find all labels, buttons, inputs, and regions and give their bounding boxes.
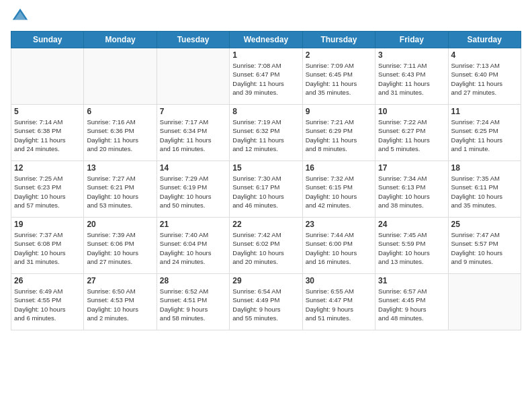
header (11, 7, 521, 26)
day-info: Sunrise: 7:47 AM Sunset: 5:57 PM Dayligh… (451, 230, 518, 266)
day-number: 16 (306, 163, 372, 173)
calendar-day-cell: 16Sunrise: 7:32 AM Sunset: 6:15 PM Dayli… (302, 161, 375, 218)
day-number: 27 (87, 276, 153, 285)
calendar-header-row: SundayMondayTuesdayWednesdayThursdayFrid… (11, 32, 521, 48)
calendar-day-cell: 7Sunrise: 7:17 AM Sunset: 6:34 PM Daylig… (157, 105, 229, 161)
calendar-day-cell: 10Sunrise: 7:22 AM Sunset: 6:27 PM Dayli… (375, 105, 448, 161)
calendar-day-cell: 24Sunrise: 7:45 AM Sunset: 5:59 PM Dayli… (375, 218, 448, 274)
day-number: 12 (14, 163, 81, 173)
day-info: Sunrise: 6:55 AM Sunset: 4:47 PM Dayligh… (306, 287, 372, 322)
day-info: Sunrise: 7:13 AM Sunset: 6:40 PM Dayligh… (451, 61, 518, 97)
day-info: Sunrise: 7:34 AM Sunset: 6:13 PM Dayligh… (378, 174, 445, 210)
day-info: Sunrise: 7:27 AM Sunset: 6:21 PM Dayligh… (87, 174, 153, 210)
calendar-week-row: 26Sunrise: 6:49 AM Sunset: 4:55 PM Dayli… (11, 274, 521, 330)
day-info: Sunrise: 6:49 AM Sunset: 4:55 PM Dayligh… (14, 287, 81, 322)
day-number: 20 (87, 220, 153, 229)
day-number: 31 (378, 276, 445, 285)
day-info: Sunrise: 7:17 AM Sunset: 6:34 PM Dayligh… (160, 118, 226, 153)
day-of-week-header: Saturday (448, 32, 521, 48)
day-number: 6 (87, 107, 153, 116)
calendar-week-row: 5Sunrise: 7:14 AM Sunset: 6:38 PM Daylig… (11, 105, 521, 161)
calendar-day-cell: 5Sunrise: 7:14 AM Sunset: 6:38 PM Daylig… (11, 105, 84, 161)
day-of-week-header: Sunday (11, 32, 84, 48)
calendar-day-cell: 3Sunrise: 7:11 AM Sunset: 6:43 PM Daylig… (375, 48, 448, 105)
day-of-week-header: Tuesday (157, 32, 229, 48)
day-number: 13 (87, 163, 153, 173)
calendar-day-cell: 15Sunrise: 7:30 AM Sunset: 6:17 PM Dayli… (230, 161, 302, 218)
day-info: Sunrise: 7:32 AM Sunset: 6:15 PM Dayligh… (306, 174, 372, 210)
day-info: Sunrise: 6:54 AM Sunset: 4:49 PM Dayligh… (232, 287, 299, 322)
day-info: Sunrise: 6:57 AM Sunset: 4:45 PM Dayligh… (378, 287, 445, 322)
calendar-day-cell: 18Sunrise: 7:35 AM Sunset: 6:11 PM Dayli… (448, 161, 521, 218)
calendar-day-cell: 26Sunrise: 6:49 AM Sunset: 4:55 PM Dayli… (11, 274, 84, 330)
day-info: Sunrise: 6:52 AM Sunset: 4:51 PM Dayligh… (160, 287, 226, 322)
day-info: Sunrise: 7:21 AM Sunset: 6:29 PM Dayligh… (306, 118, 372, 153)
day-of-week-header: Wednesday (230, 32, 302, 48)
calendar: SundayMondayTuesdayWednesdayThursdayFrid… (11, 31, 521, 330)
day-number: 18 (451, 163, 518, 173)
calendar-day-cell: 25Sunrise: 7:47 AM Sunset: 5:57 PM Dayli… (448, 218, 521, 274)
day-number: 11 (451, 107, 518, 116)
day-of-week-header: Thursday (302, 32, 375, 48)
day-info: Sunrise: 7:24 AM Sunset: 6:25 PM Dayligh… (451, 118, 518, 153)
calendar-day-cell: 14Sunrise: 7:29 AM Sunset: 6:19 PM Dayli… (157, 161, 229, 218)
page: SundayMondayTuesdayWednesdayThursdayFrid… (0, 0, 532, 411)
day-info: Sunrise: 7:35 AM Sunset: 6:11 PM Dayligh… (451, 174, 518, 210)
logo (11, 7, 32, 26)
day-of-week-header: Monday (84, 32, 157, 48)
calendar-day-cell (157, 48, 229, 105)
calendar-day-cell: 27Sunrise: 6:50 AM Sunset: 4:53 PM Dayli… (84, 274, 157, 330)
day-info: Sunrise: 7:40 AM Sunset: 6:04 PM Dayligh… (160, 230, 226, 266)
day-number: 2 (306, 50, 372, 60)
calendar-day-cell: 22Sunrise: 7:42 AM Sunset: 6:02 PM Dayli… (230, 218, 302, 274)
day-number: 23 (306, 220, 372, 229)
day-info: Sunrise: 7:09 AM Sunset: 6:45 PM Dayligh… (306, 61, 372, 97)
day-info: Sunrise: 7:19 AM Sunset: 6:32 PM Dayligh… (232, 118, 299, 153)
day-info: Sunrise: 7:16 AM Sunset: 6:36 PM Dayligh… (87, 118, 153, 153)
logo-icon (11, 7, 30, 26)
calendar-day-cell (448, 274, 521, 330)
calendar-day-cell: 1Sunrise: 7:08 AM Sunset: 6:47 PM Daylig… (230, 48, 302, 105)
day-number: 8 (232, 107, 299, 116)
calendar-day-cell: 28Sunrise: 6:52 AM Sunset: 4:51 PM Dayli… (157, 274, 229, 330)
calendar-week-row: 12Sunrise: 7:25 AM Sunset: 6:23 PM Dayli… (11, 161, 521, 218)
day-number: 5 (14, 107, 81, 116)
calendar-week-row: 19Sunrise: 7:37 AM Sunset: 6:08 PM Dayli… (11, 218, 521, 274)
day-number: 4 (451, 50, 518, 60)
calendar-day-cell: 30Sunrise: 6:55 AM Sunset: 4:47 PM Dayli… (302, 274, 375, 330)
calendar-day-cell: 11Sunrise: 7:24 AM Sunset: 6:25 PM Dayli… (448, 105, 521, 161)
day-number: 24 (378, 220, 445, 229)
day-number: 3 (378, 50, 445, 60)
calendar-day-cell: 4Sunrise: 7:13 AM Sunset: 6:40 PM Daylig… (448, 48, 521, 105)
day-info: Sunrise: 7:14 AM Sunset: 6:38 PM Dayligh… (14, 118, 81, 153)
day-of-week-header: Friday (375, 32, 448, 48)
day-info: Sunrise: 7:08 AM Sunset: 6:47 PM Dayligh… (232, 61, 299, 97)
calendar-week-row: 1Sunrise: 7:08 AM Sunset: 6:47 PM Daylig… (11, 48, 521, 105)
day-info: Sunrise: 7:30 AM Sunset: 6:17 PM Dayligh… (232, 174, 299, 210)
day-info: Sunrise: 7:39 AM Sunset: 6:06 PM Dayligh… (87, 230, 153, 266)
calendar-day-cell: 8Sunrise: 7:19 AM Sunset: 6:32 PM Daylig… (230, 105, 302, 161)
day-info: Sunrise: 7:44 AM Sunset: 6:00 PM Dayligh… (306, 230, 372, 266)
day-info: Sunrise: 7:45 AM Sunset: 5:59 PM Dayligh… (378, 230, 445, 266)
day-number: 10 (378, 107, 445, 116)
day-number: 21 (160, 220, 226, 229)
calendar-day-cell (84, 48, 157, 105)
calendar-day-cell: 6Sunrise: 7:16 AM Sunset: 6:36 PM Daylig… (84, 105, 157, 161)
calendar-day-cell: 19Sunrise: 7:37 AM Sunset: 6:08 PM Dayli… (11, 218, 84, 274)
day-number: 14 (160, 163, 226, 173)
day-info: Sunrise: 7:37 AM Sunset: 6:08 PM Dayligh… (14, 230, 81, 266)
day-number: 15 (232, 163, 299, 173)
calendar-day-cell: 13Sunrise: 7:27 AM Sunset: 6:21 PM Dayli… (84, 161, 157, 218)
day-number: 9 (306, 107, 372, 116)
calendar-day-cell: 29Sunrise: 6:54 AM Sunset: 4:49 PM Dayli… (230, 274, 302, 330)
calendar-day-cell: 9Sunrise: 7:21 AM Sunset: 6:29 PM Daylig… (302, 105, 375, 161)
day-number: 30 (306, 276, 372, 285)
day-info: Sunrise: 6:50 AM Sunset: 4:53 PM Dayligh… (87, 287, 153, 322)
calendar-day-cell: 17Sunrise: 7:34 AM Sunset: 6:13 PM Dayli… (375, 161, 448, 218)
calendar-day-cell: 20Sunrise: 7:39 AM Sunset: 6:06 PM Dayli… (84, 218, 157, 274)
day-number: 17 (378, 163, 445, 173)
calendar-day-cell: 2Sunrise: 7:09 AM Sunset: 6:45 PM Daylig… (302, 48, 375, 105)
day-number: 1 (232, 50, 299, 60)
day-info: Sunrise: 7:25 AM Sunset: 6:23 PM Dayligh… (14, 174, 81, 210)
day-number: 25 (451, 220, 518, 229)
